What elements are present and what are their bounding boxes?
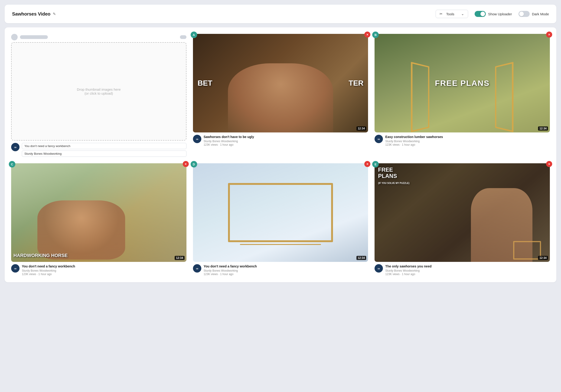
thumb-text-e: FREEPLANS(IF YOU SOLVE MY PUZZLE) bbox=[378, 167, 409, 185]
card-meta-d: SB You don't need a fancy workbench Stur… bbox=[193, 264, 368, 276]
show-uploader-group: Show Uploader bbox=[475, 11, 512, 17]
card-channel-c: Sturdy Bones Woodworking bbox=[22, 269, 75, 272]
card-meta-c: SB You don't need a fancy workbench Stur… bbox=[11, 264, 186, 276]
drop-zone[interactable]: Drop thumbnail images here (or click to … bbox=[11, 42, 186, 141]
drop-text: Drop thumbnail images here (or click to … bbox=[77, 87, 120, 95]
thumb-text-c: HARDWORKING HORSE bbox=[13, 253, 175, 258]
svg-text:SB: SB bbox=[378, 138, 380, 140]
close-button-a[interactable]: × bbox=[364, 31, 370, 38]
dark-mode-label: Dark Mode bbox=[532, 12, 549, 16]
card-channel-d: Sturdy Bones Woodworking bbox=[204, 269, 257, 272]
svg-text:SB: SB bbox=[14, 146, 16, 148]
thumbnail-e: FREEPLANS(IF YOU SOLVE MY PUZZLE) 12:34 bbox=[375, 163, 550, 262]
card-channel-e: Sturdy Bones Woodworking bbox=[385, 269, 432, 272]
svg-text:SB: SB bbox=[378, 268, 380, 270]
avatar-placeholder: SB bbox=[11, 143, 20, 151]
chevron-down-icon: ⌄ bbox=[461, 12, 464, 16]
card-meta-a: SB Sawhorses don't have to be ugly Sturd… bbox=[193, 135, 368, 146]
card-stats-d: 123K views · 1 hour ago bbox=[204, 273, 257, 276]
card-text-c: You don't need a fancy workbench Sturdy … bbox=[22, 264, 75, 276]
thumbnail-d: 12:34 bbox=[193, 163, 368, 262]
video-card-d: D × 12:34 SB You don't need a fancy work… bbox=[193, 163, 368, 276]
tools-dropdown[interactable]: ✂ Tools ⌄ bbox=[436, 10, 468, 18]
video-card-a: A × BET TER 12:34 SB Sawhorses don't hav… bbox=[193, 34, 368, 157]
badge-a: A bbox=[191, 31, 197, 38]
card-text-d: You don't need a fancy workbench Sturdy … bbox=[204, 264, 257, 276]
card-text-b: Easy construction lumber sawhorses Sturd… bbox=[385, 135, 443, 146]
svg-text:SB: SB bbox=[196, 268, 198, 270]
avatar-e: SB bbox=[375, 264, 383, 273]
title-text: Sawhorses Video bbox=[12, 11, 50, 17]
card-stats-b: 123K views · 1 hour ago bbox=[385, 143, 443, 146]
card-channel-b: Sturdy Bones Woodworking bbox=[385, 140, 443, 143]
card-title-d: You don't need a fancy workbench bbox=[204, 264, 257, 268]
placeholder-header bbox=[11, 34, 186, 40]
toggle-knob bbox=[480, 12, 485, 16]
card-text-e: The only sawhorses you need Sturdy Bones… bbox=[385, 264, 432, 276]
avatar-a: SB bbox=[193, 135, 201, 143]
card-title-c: You don't need a fancy workbench bbox=[22, 264, 75, 268]
placeholder-card: Drop thumbnail images here (or click to … bbox=[11, 34, 186, 157]
toggle-knob-dark bbox=[519, 12, 524, 16]
tools-icon: ✂ bbox=[440, 12, 442, 16]
duration-d: 12:34 bbox=[356, 256, 367, 260]
thumbnail-b: FREE PLANS 12:34 bbox=[375, 34, 550, 133]
duration-e: 12:34 bbox=[538, 256, 548, 260]
avatar-c: SB bbox=[11, 264, 20, 273]
header-controls: ✂ Tools ⌄ Show Uploader Dark Mode bbox=[436, 10, 549, 18]
thumb-text-left: BET bbox=[198, 79, 213, 87]
placeholder-circle bbox=[11, 34, 18, 40]
channel-input[interactable] bbox=[22, 151, 186, 157]
card-meta-b: SB Easy construction lumber sawhorses St… bbox=[375, 135, 550, 146]
badge-d: D bbox=[191, 161, 197, 167]
svg-text:SB: SB bbox=[14, 268, 16, 270]
video-card-c: C × HARDWORKING HORSE 12:34 SB You don't… bbox=[11, 163, 186, 276]
dark-mode-toggle[interactable] bbox=[518, 11, 530, 17]
card-channel-a: Sturdy Bones Woodworking bbox=[204, 140, 254, 143]
title-input[interactable] bbox=[22, 143, 186, 149]
video-grid: Drop thumbnail images here (or click to … bbox=[11, 34, 550, 276]
close-button-b[interactable]: × bbox=[546, 31, 552, 38]
card-stats-a: 123K views · 1 hour ago bbox=[204, 143, 254, 146]
dark-mode-group: Dark Mode bbox=[518, 11, 549, 17]
video-card-e: E × FREEPLANS(IF YOU SOLVE MY PUZZLE) 12… bbox=[375, 163, 550, 276]
card-title-a: Sawhorses don't have to be ugly bbox=[204, 135, 254, 139]
close-button-e[interactable]: × bbox=[546, 161, 552, 167]
close-button-c[interactable]: × bbox=[183, 161, 189, 167]
thumb-text-right: TER bbox=[348, 79, 363, 87]
duration-a: 12:34 bbox=[356, 126, 367, 131]
show-uploader-toggle[interactable] bbox=[475, 11, 486, 17]
duration-b: 12:34 bbox=[538, 126, 548, 131]
card-stats-e: 123K views · 1 hour ago bbox=[385, 273, 432, 276]
edit-icon[interactable]: ✎ bbox=[53, 12, 56, 16]
svg-text:SB: SB bbox=[196, 138, 198, 140]
header-bar: Sawhorses Video ✎ ✂ Tools ⌄ Show Uploade… bbox=[5, 5, 556, 23]
placeholder-small bbox=[180, 35, 186, 39]
card-meta-e: SB The only sawhorses you need Sturdy Bo… bbox=[375, 264, 550, 276]
duration-c: 12:34 bbox=[175, 256, 185, 260]
avatar-b: SB bbox=[375, 135, 383, 143]
page-title: Sawhorses Video ✎ bbox=[12, 11, 56, 17]
thumbnail-c: HARDWORKING HORSE 12:34 bbox=[11, 163, 186, 262]
video-card-b: B × FREE PLANS 12:34 SB Easy constructio… bbox=[375, 34, 550, 157]
placeholder-pill bbox=[20, 35, 48, 39]
main-panel: Drop thumbnail images here (or click to … bbox=[5, 27, 556, 282]
show-uploader-label: Show Uploader bbox=[488, 12, 512, 16]
tools-label: Tools bbox=[446, 12, 454, 16]
close-button-d[interactable]: × bbox=[364, 161, 370, 167]
avatar-d: SB bbox=[193, 264, 201, 273]
placeholder-inputs bbox=[22, 143, 186, 157]
card-title-b: Easy construction lumber sawhorses bbox=[385, 135, 443, 139]
card-stats-c: 123K views · 1 hour ago bbox=[22, 273, 75, 276]
card-title-e: The only sawhorses you need bbox=[385, 264, 432, 268]
thumbnail-a: BET TER 12:34 bbox=[193, 34, 368, 133]
card-text-a: Sawhorses don't have to be ugly Sturdy B… bbox=[204, 135, 254, 146]
